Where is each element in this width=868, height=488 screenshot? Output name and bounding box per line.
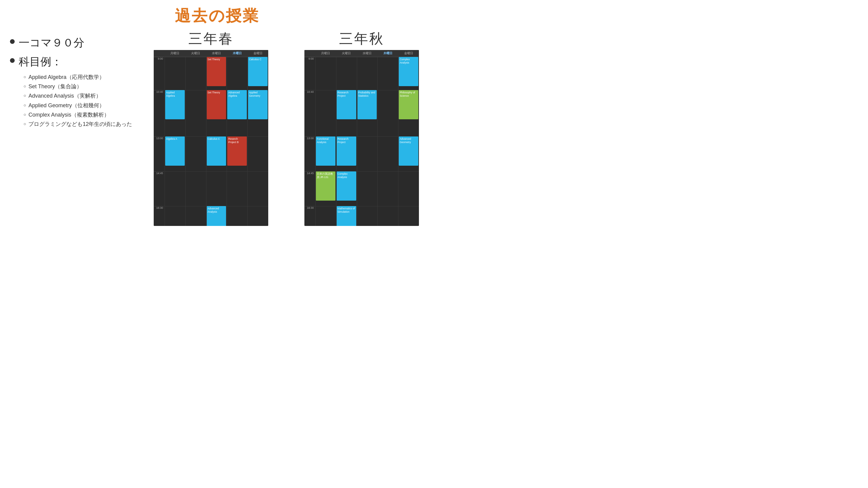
time-label: 14:45 xyxy=(304,171,315,175)
list-item: ○ Applied Algebra（応用代数学） xyxy=(24,73,135,81)
day-events-4: Calculus CApplied Geometry xyxy=(247,57,268,226)
list-item: ○ Set Theory（集合論） xyxy=(24,83,135,90)
day-header-3: 木曜日 xyxy=(227,50,247,57)
events-layer: Applied AlgebraAlgebra ASet TheorySet Th… xyxy=(164,57,268,226)
event-block: Advanced Algebra xyxy=(227,90,247,119)
bullet-text-1: 一コマ９０分 xyxy=(19,36,84,50)
bullet-2: ● 科目例： xyxy=(9,55,135,69)
event-block: Algebra A xyxy=(165,136,185,166)
event-block: 日本の英語教員 JR-131 xyxy=(316,171,336,201)
day-events-2: Set TheorySet TheoryCalculus CAdvanced A… xyxy=(206,57,227,226)
day-header-0: 月曜日 xyxy=(164,50,185,57)
spring-title: 三年春 xyxy=(188,30,234,48)
time-label: 13:00 xyxy=(304,136,315,140)
bullet-dot-2: ● xyxy=(9,55,16,65)
day-header-2: 水曜日 xyxy=(357,50,378,57)
time-label: 10:40 xyxy=(154,90,164,93)
bullet-dot-1: ● xyxy=(9,36,16,46)
event-block: Reserch Project B xyxy=(227,136,247,166)
day-events-0: Functional Analysis日本の英語教員 JR-131 xyxy=(315,57,336,226)
list-item: ○ Complex Analysis（複素数解析） xyxy=(24,111,135,119)
bullet-text-2: 科目例： xyxy=(19,55,62,69)
day-header-1: 火曜日 xyxy=(336,50,357,57)
event-block: Mathematics of Simulation xyxy=(337,206,356,226)
events-layer: Functional Analysis日本の英語教員 JR-131Researc… xyxy=(315,57,419,226)
spring-calendar: 月曜日火曜日水曜日木曜日金曜日9:0010:4013:0014:4516:30A… xyxy=(154,50,268,226)
list-item: ○ Applied Geometry（位相幾何） xyxy=(24,102,135,109)
time-label: 9:00 xyxy=(304,57,315,60)
time-label: 9:00 xyxy=(154,57,164,60)
event-block: Complex Analysis xyxy=(399,57,418,86)
day-header-1: 火曜日 xyxy=(185,50,206,57)
day-header-0: 月曜日 xyxy=(315,50,336,57)
time-label: 16:30 xyxy=(304,206,315,209)
event-block: Philosophy of Science xyxy=(399,90,418,119)
list-item: ○ プログラミングなども12年生の頃にあった xyxy=(24,121,135,128)
calendar-body: 9:0010:4013:0014:4516:30Functional Analy… xyxy=(304,57,419,226)
day-header-4: 金曜日 xyxy=(398,50,419,57)
day-events-0: Applied AlgebraAlgebra A xyxy=(164,57,185,226)
calendar-body: 9:0010:4013:0014:4516:30Applied AlgebraA… xyxy=(154,57,268,226)
autumn-title: 三年秋 xyxy=(339,30,384,48)
right-panel: 三年春 月曜日火曜日水曜日木曜日金曜日9:0010:4013:0014:4516… xyxy=(135,30,434,226)
spring-schedule: 三年春 月曜日火曜日水曜日木曜日金曜日9:0010:4013:0014:4516… xyxy=(138,30,283,226)
day-events-4: Complex AnalysisPhilosophy of ScienceAdv… xyxy=(398,57,419,226)
time-column: 9:0010:4013:0014:4516:30 xyxy=(154,57,164,226)
list-item: ○ Advanced Analysis（実解析） xyxy=(24,92,135,100)
sub-list: ○ Applied Algebra（応用代数学） ○ Set Theory（集合… xyxy=(24,73,135,128)
event-block: Functional Analysis xyxy=(316,136,336,166)
time-column: 9:0010:4013:0014:4516:30 xyxy=(304,57,315,226)
event-block: Research Project xyxy=(337,136,356,166)
day-events-3: Advanced AlgebraReserch Project B xyxy=(227,57,247,226)
event-block: Set Theory xyxy=(207,57,226,86)
time-label: 14:45 xyxy=(154,171,164,175)
page-title: 過去の授業 xyxy=(0,0,434,27)
day-header-3: 木曜日 xyxy=(377,50,398,57)
event-block: Calculus C xyxy=(207,136,226,166)
event-block: Advanced Analysis xyxy=(207,206,226,226)
event-block: Advanced Geometry xyxy=(399,136,418,166)
autumn-schedule: 三年秋 月曜日火曜日水曜日木曜日金曜日9:0010:4013:0014:4516… xyxy=(289,30,434,226)
day-events-1 xyxy=(185,57,206,226)
event-block: Research Project xyxy=(337,90,356,119)
day-header-4: 金曜日 xyxy=(247,50,268,57)
autumn-calendar: 月曜日火曜日水曜日木曜日金曜日9:0010:4013:0014:4516:30F… xyxy=(304,50,419,226)
left-panel: ● 一コマ９０分 ● 科目例： ○ Applied Algebra（応用代数学）… xyxy=(9,30,135,226)
day-header-2: 水曜日 xyxy=(206,50,227,57)
event-block: Probability and Statistics xyxy=(358,90,377,119)
calendar-header: 月曜日火曜日水曜日木曜日金曜日 xyxy=(154,50,268,57)
time-label: 16:30 xyxy=(154,206,164,209)
time-label: 13:00 xyxy=(154,136,164,140)
event-block: Calculus C xyxy=(248,57,268,86)
bullet-1: ● 一コマ９０分 xyxy=(9,36,135,50)
event-block: Complex Analysis xyxy=(337,171,356,201)
day-events-2: Probability and Statistics xyxy=(357,57,378,226)
event-block: Applied Geometry xyxy=(248,90,268,119)
day-events-3 xyxy=(377,57,398,226)
time-label: 10:40 xyxy=(304,90,315,93)
calendar-header: 月曜日火曜日水曜日木曜日金曜日 xyxy=(304,50,419,57)
event-block: Applied Algebra xyxy=(165,90,185,119)
event-block: Set Theory xyxy=(207,90,226,119)
day-events-1: Research ProjectResearch ProjectComplex … xyxy=(336,57,357,226)
